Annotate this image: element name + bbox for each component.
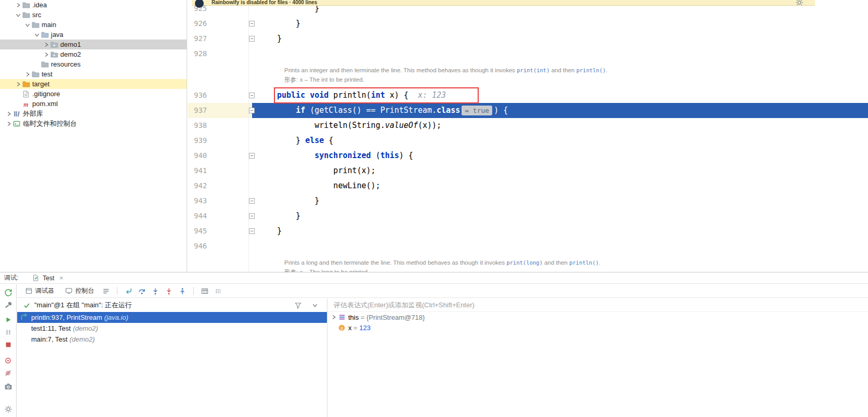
chevron-right-icon[interactable] [5, 120, 12, 127]
thread-dump-button[interactable] [4, 382, 12, 390]
resume-button[interactable] [4, 316, 12, 324]
tree-item-resources[interactable]: resources [0, 59, 187, 69]
tree-item--[interactable]: 外部库 [0, 109, 187, 119]
line-number-gutter[interactable]: 936 [188, 88, 252, 103]
view-breakpoints-button[interactable] [4, 356, 12, 364]
frames-tab-icon [24, 287, 33, 295]
code-text-area[interactable]: public void println(int x) { x: 123 [252, 88, 868, 103]
chevron-down-icon[interactable] [24, 21, 31, 29]
line-number-gutter[interactable]: 926 [188, 16, 252, 31]
stack-frame-row[interactable]: main:7, Test (demo2) [17, 334, 327, 345]
line-number-gutter[interactable]: 938 [188, 118, 252, 133]
code-text: valueOf [385, 121, 418, 130]
build-button[interactable] [4, 301, 12, 309]
tree-item-src[interactable]: src [0, 10, 187, 20]
code-text-area[interactable]: print(x); [252, 163, 868, 178]
chevron-right-icon[interactable] [15, 80, 22, 88]
line-number-gutter[interactable]: 939 [188, 133, 252, 148]
code-text-area[interactable]: newLine(); [252, 178, 868, 193]
chevron-down-icon[interactable] [15, 11, 22, 19]
code-text-area[interactable]: writeln(String.valueOf(x)); [252, 118, 868, 133]
stack-frame-row[interactable]: test1:11, Test (demo2) [17, 323, 327, 334]
line-number-gutter[interactable]: 927 [188, 31, 252, 46]
chevron-right-icon[interactable] [43, 50, 50, 58]
fold-marker-icon[interactable] [249, 213, 255, 219]
banner-settings-gear-icon[interactable] [795, 0, 804, 6]
tree-item--gitignore[interactable]: .gitignore [0, 89, 187, 99]
tree-item--idea[interactable]: .idea [0, 0, 187, 10]
line-number-gutter[interactable]: 946 [188, 239, 252, 254]
rerun-button[interactable] [4, 289, 12, 297]
tree-item-test[interactable]: test [0, 69, 187, 79]
tree-item--[interactable]: 临时文件和控制台 [0, 119, 187, 128]
line-number: 937 [188, 106, 207, 114]
fold-marker-icon[interactable] [249, 228, 255, 234]
debug-tab-test[interactable]: Test × [32, 272, 63, 283]
show-execution-point-button[interactable] [122, 285, 135, 297]
step-into-button[interactable] [149, 285, 162, 297]
variables-panel: 评估表达式(Enter)或添加监视(Ctrl+Shift+Enter) this… [327, 298, 868, 417]
code-text-area[interactable]: } else { [252, 133, 868, 148]
code-text-area[interactable] [252, 46, 868, 61]
fold-marker-icon[interactable] [249, 198, 255, 204]
chevron-right-icon[interactable] [5, 110, 12, 118]
evaluate-expression-input[interactable]: 评估表达式(Enter)或添加监视(Ctrl+Shift+Enter) [327, 298, 868, 312]
frames-panel: "main"@1 在组 "main": 正在运行 println:937, Pr… [17, 298, 327, 417]
mute-breakpoints-button[interactable] [4, 369, 12, 377]
tree-item-target[interactable]: target [0, 79, 187, 89]
chevron-right-icon[interactable] [43, 41, 50, 48]
code-text-area[interactable] [252, 239, 868, 254]
code-text: } [277, 226, 282, 236]
tree-item-demo2[interactable]: demo2 [0, 49, 187, 59]
chevron-down-icon[interactable] [33, 31, 41, 38]
settings-button[interactable] [4, 405, 12, 413]
stack-frame-row[interactable]: println:937, PrintStream (java.io) [17, 312, 327, 323]
tree-item-pom-xml[interactable]: mpom.xml [0, 99, 187, 109]
fold-marker-icon[interactable] [249, 21, 255, 27]
fold-marker-icon[interactable] [249, 153, 255, 159]
fold-marker-icon[interactable] [249, 93, 255, 98]
code-text: (x)); [418, 121, 441, 130]
line-number-gutter[interactable]: 942 [188, 178, 252, 193]
step-out-button[interactable] [176, 285, 189, 297]
line-number-gutter[interactable]: 941 [188, 163, 252, 178]
code-text-area[interactable]: } [252, 224, 868, 239]
line-number-gutter[interactable]: 928 [188, 46, 252, 61]
frames-chevron-down-icon[interactable] [308, 299, 322, 311]
line-number-gutter[interactable]: 943 [188, 193, 252, 208]
line-number: 946 [188, 242, 207, 250]
chevron-right-icon[interactable] [15, 1, 22, 9]
line-number-gutter[interactable]: 945 [188, 224, 252, 239]
debug-view-tab-debugger[interactable]: 调试器 [19, 284, 59, 297]
tree-item-java[interactable]: java [0, 30, 187, 40]
close-tab-icon[interactable]: × [59, 275, 63, 281]
javadoc-rendered-comment: Prints a long and then terminate the lin… [188, 254, 868, 272]
tree-item-main[interactable]: main [0, 20, 187, 30]
tree-item-demo1[interactable]: demo1 [0, 40, 187, 49]
stop-button[interactable] [4, 341, 12, 349]
filter-funnel-icon[interactable] [291, 299, 305, 311]
line-number-gutter[interactable]: 944 [188, 208, 252, 224]
tree-item-label: 外部库 [23, 109, 43, 119]
debug-view-tab-console[interactable]: 控制台 [59, 284, 99, 297]
variable-row-x[interactable]: px = 123 [327, 322, 868, 333]
restore-layout-button[interactable] [99, 285, 113, 297]
fold-marker-icon[interactable] [249, 108, 255, 113]
line-number-gutter[interactable]: 940 [188, 148, 252, 163]
code-text-area[interactable]: } [252, 208, 868, 224]
settings-lines-button[interactable] [212, 285, 225, 297]
code-text-area[interactable]: } [252, 31, 868, 46]
code-text-area[interactable]: } [252, 193, 868, 208]
variable-row-this[interactable]: this = {PrintStream@718} [327, 312, 868, 322]
view-breakpoints-grid-button[interactable] [198, 285, 212, 297]
force-step-into-button[interactable] [162, 285, 176, 297]
chevron-right-icon[interactable] [24, 70, 31, 78]
code-text-area[interactable]: synchronized (this) { [252, 148, 868, 163]
fold-marker-icon[interactable] [249, 36, 255, 42]
line-number-gutter[interactable]: 937 [188, 103, 252, 118]
pause-button[interactable] [4, 328, 12, 336]
code-text-area[interactable]: if (getClass() == PrintStream.class= tru… [252, 103, 868, 118]
expand-chevron-icon[interactable] [331, 314, 338, 320]
code-text-area[interactable]: } [252, 16, 868, 31]
step-over-button[interactable] [135, 285, 149, 297]
